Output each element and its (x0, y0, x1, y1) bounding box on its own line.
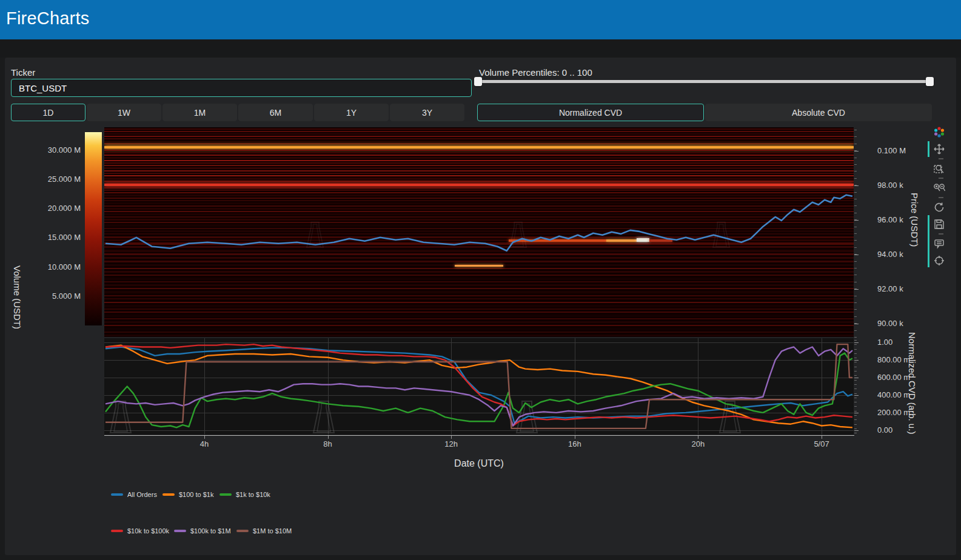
cvd-tick-label: 200.00 m (877, 408, 910, 417)
pan-icon[interactable] (931, 141, 947, 157)
x-axis-line (104, 435, 854, 436)
legend-color-dash (236, 530, 249, 532)
price-minor-tick (854, 337, 857, 338)
spikelines-icon[interactable] (931, 253, 947, 268)
cvd-series--1m-to-10m (105, 344, 852, 428)
range-button-1w[interactable]: 1W (87, 104, 161, 121)
x-tick-label: 5/07 (814, 439, 829, 448)
price-minor-tick (854, 240, 857, 241)
legend-item-all-orders[interactable]: All Orders (111, 491, 157, 498)
legend-label: $100k to $1M (190, 527, 231, 535)
cvd-subplot[interactable] (104, 338, 854, 435)
price-minor-tick (854, 296, 857, 296)
price-minor-tick (854, 261, 857, 262)
x-tick-mark (451, 436, 452, 439)
modebar (928, 123, 948, 270)
cvd-minor-tick (854, 367, 857, 367)
legend-color-dash (174, 530, 186, 532)
slider-handle-high[interactable] (926, 77, 934, 86)
modebar-separator (939, 158, 943, 159)
modebar-active-indicator (928, 141, 929, 157)
legend-item--1m-to-10m[interactable]: $1M to $10M (236, 527, 292, 535)
box-zoom-icon[interactable] (931, 161, 947, 176)
cvd-minor-tick (854, 375, 857, 376)
sub-header-strip (0, 39, 961, 58)
price-minor-tick (854, 171, 857, 172)
cvd-mode-row: Normalized CVD Absolute CVD (477, 104, 932, 121)
zoom-in-out-icon[interactable] (931, 180, 947, 196)
modebar-separator (939, 233, 943, 235)
volume-percentile-slider-track[interactable] (477, 80, 933, 83)
range-button-3y[interactable]: 3Y (390, 104, 464, 121)
x-tick-label: 16h (568, 439, 581, 448)
range-button-6m[interactable]: 6M (238, 104, 313, 121)
price-minor-tick (854, 227, 857, 227)
cvd-series--100-to-1k (105, 345, 852, 428)
price-tick-label: 96.00 k (877, 215, 903, 224)
modebar-separator (939, 178, 943, 179)
plotly-logo-icon[interactable] (931, 124, 947, 140)
price-minor-tick (854, 150, 857, 151)
range-button-1d[interactable]: 1D (11, 104, 85, 121)
price-minor-tick (854, 275, 857, 275)
cvd-minor-tick (854, 428, 857, 429)
reset-axes-icon[interactable] (931, 199, 947, 215)
cvd-minor-tick (854, 402, 857, 402)
x-tick-label: 20h (692, 439, 705, 448)
absolute-cvd-button[interactable]: Absolute CVD (705, 104, 932, 121)
legend-item--10k-to-100k[interactable]: $10k to $100k (111, 527, 169, 535)
x-axis-title: Date (UTC) (454, 458, 504, 469)
legend-item--100k-to-1m[interactable]: $100k to $1M (174, 527, 231, 535)
normalized-cvd-button[interactable]: Normalized CVD (477, 104, 704, 121)
price-minor-tick (854, 309, 857, 310)
cvd-tick-mark (854, 342, 859, 343)
cvd-minor-tick (854, 340, 857, 341)
legend-item--100-to-1k[interactable]: $100 to $1k (162, 491, 214, 498)
cvd-tick-label: 1.00 (877, 338, 892, 347)
x-tick-mark (575, 436, 575, 439)
cvd-series-layer (104, 338, 854, 435)
hover-tooltip-icon[interactable] (931, 236, 947, 252)
legend-label: All Orders (127, 491, 157, 498)
price-minor-tick (854, 268, 857, 268)
legend-label: $10k to $100k (127, 527, 169, 535)
colorbar-tick-label: 15.000 M (6, 233, 81, 242)
range-button-1y[interactable]: 1Y (314, 104, 389, 121)
price-minor-tick (854, 213, 857, 213)
price-line-layer (104, 127, 854, 337)
price-minor-tick (854, 219, 857, 220)
ticker-input[interactable] (11, 79, 472, 97)
legend-label: $100 to $1k (179, 491, 214, 498)
price-minor-tick (854, 316, 857, 317)
range-button-1m[interactable]: 1M (162, 104, 237, 121)
volume-percentiles-label: Volume Percentiles: 0 .. 100 (479, 67, 592, 78)
price-minor-tick (854, 282, 857, 282)
slider-handle-low[interactable] (474, 77, 482, 86)
legend-color-dash (162, 493, 175, 496)
x-tick-label: 4h (200, 439, 209, 448)
price-tick-label: 98.00 k (877, 181, 903, 190)
x-tick-label: 12h (444, 439, 458, 448)
price-minor-tick (854, 136, 857, 137)
cvd-minor-tick (854, 344, 857, 345)
price-line (105, 195, 852, 251)
range-button-row: 1D 1W 1M 6M 1Y 3Y (11, 104, 464, 121)
volume-heatmap-plot[interactable] (104, 127, 854, 337)
cvd-tick-mark (854, 360, 859, 361)
cvd-tick-label: 400.00 m (877, 390, 910, 399)
save-icon[interactable] (931, 216, 947, 232)
price-minor-tick (854, 323, 857, 324)
legend-item--1k-to-10k[interactable]: $1k to $10k (219, 491, 270, 498)
cvd-minor-tick (854, 380, 857, 381)
price-minor-tick (854, 192, 857, 193)
cvd-minor-tick (854, 384, 857, 385)
price-minor-tick (854, 288, 857, 289)
x-tick-mark (698, 436, 698, 439)
price-minor-tick (854, 330, 857, 331)
price-minor-tick (854, 144, 857, 144)
cvd-tick-label: 0.00 (877, 425, 892, 435)
legend-label: $1k to $10k (236, 491, 270, 498)
cvd-tick-label: 800.00 m (877, 355, 910, 364)
cvd-minor-tick (854, 388, 857, 389)
cvd-tick-label: 600.00 m (877, 373, 910, 382)
